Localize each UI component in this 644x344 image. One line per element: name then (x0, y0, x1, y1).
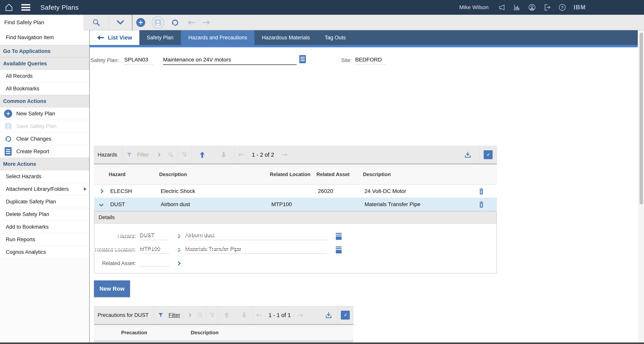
details-hazard-description[interactable]: Airborn dust (185, 232, 327, 240)
safety-plan-value[interactable]: SPLAN03 (124, 57, 153, 65)
save-record-button[interactable] (150, 15, 166, 30)
vertical-scrollbar[interactable] (638, 30, 644, 344)
clear-filter-icon[interactable] (178, 146, 192, 163)
cell-asset-description[interactable]: Materials Transfer Pipe (363, 201, 466, 208)
query-dropdown-chevron-icon[interactable] (109, 15, 132, 30)
new-row-button[interactable]: New Row (94, 280, 130, 297)
menu-icon[interactable] (21, 4, 30, 11)
search-icon[interactable] (164, 146, 178, 163)
details-related-location-value[interactable]: MTP100 (140, 246, 169, 254)
col-description[interactable]: Description (159, 171, 270, 177)
hazards-toolbar: Hazards Filter 1 - 2 of 2 (94, 146, 497, 164)
cell-related-asset[interactable]: 26020 (316, 188, 363, 194)
sidebar-item-create-report[interactable]: Create Report (0, 145, 89, 158)
home-icon[interactable] (5, 3, 13, 12)
sidebar-item-new-safety-plan[interactable]: New Safety Plan (0, 107, 89, 120)
announcements-icon[interactable] (498, 3, 506, 11)
find-record-input[interactable]: Find Safety Plan (0, 15, 84, 30)
sidebar-item-all-bookmarks[interactable]: All Bookmarks (0, 82, 89, 95)
next-record-button[interactable] (199, 15, 214, 30)
sidebar-section-go-to-applications[interactable]: Go To Applications (0, 45, 89, 57)
sidebar-item-select-hazards[interactable]: Select Hazards (0, 170, 89, 183)
sidebar-item-duplicate-safety-plan[interactable]: Duplicate Safety Plan (0, 195, 89, 208)
sidebar-item-clear-changes[interactable]: Clear Changes (0, 133, 89, 145)
reports-chart-icon[interactable] (513, 3, 521, 11)
delete-row-trash-icon[interactable] (466, 201, 497, 208)
new-record-button[interactable] (134, 15, 148, 30)
tab-hazards-and-precautions[interactable]: Hazards and Precautions (181, 30, 254, 45)
cell-description[interactable]: Electric Shock (159, 188, 270, 194)
sidebar-find-navigation-item[interactable]: Find Navigation Item (0, 30, 89, 45)
cell-description[interactable]: Airborn dust (159, 201, 270, 208)
long-description-icon[interactable] (336, 246, 342, 254)
col-related-location[interactable]: Related Location (270, 171, 316, 177)
cell-hazard[interactable]: ELECSH (109, 188, 159, 194)
tab-hazardous-materials[interactable]: Hazardous Materials (254, 30, 317, 45)
next-page-icon[interactable] (278, 146, 292, 163)
previous-record-button[interactable] (184, 15, 199, 30)
filter-expand-chevron-icon[interactable] (184, 306, 194, 324)
collapse-row-chevron-icon[interactable] (94, 203, 109, 206)
previous-page-icon[interactable] (234, 146, 248, 163)
move-row-up-icon[interactable] (192, 146, 213, 163)
filter-icon[interactable] (122, 146, 136, 163)
sidebar-item-run-reports[interactable]: Run Reports (0, 233, 89, 246)
col-precaution[interactable]: Precaution (121, 330, 191, 336)
sidebar-item-attachment-library[interactable]: Attachment Library/Folders (0, 183, 89, 195)
download-icon[interactable] (320, 306, 337, 324)
clear-filter-icon[interactable] (206, 306, 218, 324)
scrollbar-thumb[interactable] (640, 32, 643, 204)
move-row-up-icon[interactable] (218, 306, 236, 324)
safety-plan-description-input[interactable]: Maintenance on 24V motors (163, 57, 296, 65)
cell-asset-description[interactable]: 24 Volt-DC Motor (363, 188, 466, 194)
logout-icon[interactable] (543, 3, 551, 11)
new-plus-icon (4, 109, 12, 118)
expand-row-chevron-icon[interactable] (94, 190, 109, 193)
cell-hazard[interactable]: DUST (109, 201, 159, 208)
previous-page-icon[interactable] (253, 306, 265, 324)
sidebar-section-more-actions[interactable]: More Actions (0, 158, 89, 170)
long-description-icon[interactable] (299, 55, 306, 63)
sidebar-item-delete-safety-plan[interactable]: Delete Safety Plan (0, 208, 89, 221)
help-icon[interactable]: ? (558, 3, 566, 11)
minimize-table-icon[interactable] (480, 146, 497, 163)
move-row-down-icon[interactable] (213, 146, 234, 163)
sidebar-item-save-safety-plan[interactable]: Save Safety Plan (0, 120, 89, 133)
hazard-row-dust[interactable]: DUST Airborn dust MTP100 Materials Trans… (94, 198, 497, 211)
detail-menu-chevron-icon[interactable] (176, 248, 181, 252)
download-icon[interactable] (456, 146, 480, 163)
details-related-location-description[interactable]: Materials Transfer Pipe (185, 246, 327, 254)
detail-menu-chevron-icon[interactable] (176, 234, 181, 239)
filter-expand-chevron-icon[interactable] (153, 146, 164, 163)
sidebar-item-add-to-bookmarks[interactable]: Add to Bookmarks (0, 221, 89, 233)
sidebar-section-available-queries[interactable]: Available Queries (0, 57, 89, 70)
col-asset-description[interactable]: Description (363, 171, 466, 177)
minimize-table-icon[interactable] (338, 306, 353, 324)
sidebar-section-common-actions[interactable]: Common Actions (0, 95, 89, 107)
tab-tag-outs[interactable]: Tag Outs (317, 30, 353, 45)
tab-list-view[interactable]: List View (90, 30, 139, 45)
move-row-down-icon[interactable] (236, 306, 253, 324)
filter-label[interactable]: Filter (136, 152, 153, 158)
details-related-asset-value[interactable] (140, 260, 169, 267)
col-related-asset[interactable]: Related Asset (316, 171, 363, 177)
filter-label[interactable]: Filter (168, 312, 184, 318)
clear-changes-button[interactable] (168, 15, 182, 30)
sidebar-item-cognos-analytics[interactable]: Cognos Analytics (0, 246, 89, 259)
sidebar-item-all-records[interactable]: All Records (0, 70, 89, 82)
cell-related-location[interactable]: MTP100 (270, 201, 316, 208)
site-value[interactable]: BEDFORD (355, 57, 386, 65)
filter-icon[interactable] (154, 306, 168, 324)
details-hazard-value[interactable]: DUST (140, 232, 169, 240)
col-precaution-description[interactable]: Description (191, 330, 288, 336)
delete-row-trash-icon[interactable] (466, 188, 497, 195)
long-description-icon[interactable] (336, 233, 342, 240)
detail-menu-chevron-icon[interactable] (176, 261, 181, 266)
find-search-button[interactable] (84, 15, 109, 30)
col-hazard[interactable]: Hazard (109, 171, 159, 177)
profile-icon[interactable] (528, 3, 536, 11)
search-icon[interactable] (194, 306, 206, 324)
tab-safety-plan[interactable]: Safety Plan (139, 30, 181, 45)
next-page-icon[interactable] (295, 306, 306, 324)
hazard-row-elecsh[interactable]: ELECSH Electric Shock 26020 24 Volt-DC M… (94, 185, 497, 198)
